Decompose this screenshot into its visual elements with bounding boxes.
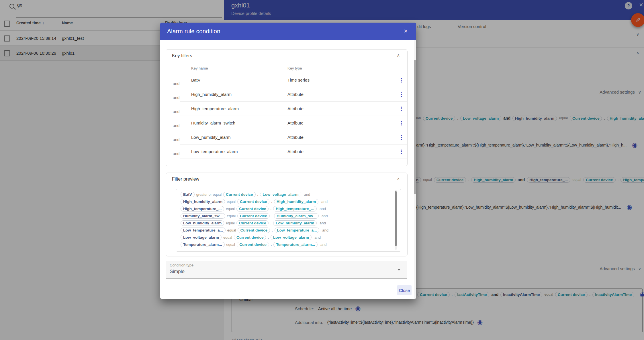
filter-preview-row: Temperature_alarm...equalCurrent device.…	[176, 241, 401, 248]
key-filter-row[interactable]: Low_humidity_alarmAttribute⋮	[180, 130, 407, 145]
operator-label: greater or equal	[196, 193, 222, 197]
dialog-scrollbar[interactable]	[414, 40, 416, 299]
filter-preview-row: Humidity_alarm_sw...equalCurrent device.…	[176, 212, 401, 220]
attribute-chip: Humidity_alarm_sw...	[274, 213, 319, 219]
key-filter-row[interactable]: High_humidity_alarmAttribute⋮	[180, 87, 407, 102]
key-filter-name: High_humidity_alarm	[191, 92, 287, 97]
and-joiner: and	[304, 192, 310, 197]
entity-chip: Current device	[237, 199, 270, 204]
alarm-rule-condition-dialog: Alarm rule condition × Key filters ∧ Key…	[160, 23, 416, 299]
scrollbar-thumb[interactable]	[395, 191, 397, 246]
filter-preview-row: High_humidity_alarmequalCurrent device.H…	[176, 198, 401, 205]
operator-label: equal	[226, 207, 235, 211]
attribute-chip: High_temperature_...	[273, 206, 317, 211]
condition-type-value: Simple	[170, 269, 185, 274]
dialog-title: Alarm rule condition	[167, 28, 220, 35]
and-joiner: and	[321, 199, 328, 204]
and-joiner: and	[173, 123, 179, 128]
dot-separator: .	[271, 199, 272, 204]
key-filter-type: Attribute	[287, 120, 396, 125]
key-filter-row[interactable]: BatVTime series⋮	[180, 73, 407, 87]
key-filter-rows: BatVTime series⋮High_humidity_alarmAttri…	[166, 73, 407, 159]
and-joiner: and	[320, 221, 326, 225]
condition-type-label: Condition type	[170, 263, 193, 267]
and-joiner: and	[173, 109, 179, 114]
operator-label: equal	[226, 243, 235, 247]
operator-label: equal	[223, 236, 232, 240]
row-menu-icon[interactable]: ⋮	[396, 120, 407, 126]
collapse-icon[interactable]: ∧	[397, 176, 400, 181]
attribute-chip: Low_voltage_alarm	[260, 192, 301, 197]
and-joiner: and	[173, 95, 179, 100]
filter-preview-box: BatVgreater or equalCurrent device.Low_v…	[176, 189, 401, 252]
close-button[interactable]: Close	[397, 285, 412, 295]
dot-separator: .	[271, 214, 273, 218]
condition-type-select[interactable]: Condition type Simple	[166, 261, 407, 279]
and-joiner: and	[173, 137, 179, 142]
filter-key-chip: Low_humidity_alarm	[181, 220, 224, 226]
entity-chip: Current device	[236, 206, 269, 211]
key-filter-type: Attribute	[287, 106, 396, 111]
dot-separator: .	[270, 221, 271, 225]
dot-separator: .	[268, 235, 269, 240]
filter-key-chip: Temperature_alarm...	[181, 242, 225, 247]
entity-chip: Current device	[234, 235, 266, 240]
row-menu-icon[interactable]: ⋮	[396, 91, 407, 98]
key-filters-title: Key filters	[172, 53, 192, 58]
close-button-label: Close	[399, 288, 410, 293]
dot-separator: .	[270, 207, 271, 211]
collapse-icon[interactable]: ∧	[397, 53, 400, 58]
key-filter-name: Low_temperature_alarm	[191, 149, 287, 154]
operator-label: equal	[227, 228, 236, 232]
key-filter-row[interactable]: Low_temperature_alarmAttribute⋮	[180, 145, 407, 159]
filter-preview-row: Low_temperature_a...equalCurrent device.…	[176, 227, 401, 234]
entity-chip: Current device	[237, 213, 270, 219]
and-joiner: and	[320, 207, 326, 211]
dialog-close-icon[interactable]: ×	[404, 27, 408, 35]
column-key-type: Key type	[287, 66, 302, 70]
key-filter-name: High_temperature_alarm	[191, 106, 287, 111]
entity-chip: Current device	[223, 192, 256, 197]
attribute-chip: Temperature_alarm...	[273, 242, 318, 247]
entity-chip: Current device	[238, 228, 270, 233]
dropdown-caret-icon	[397, 269, 401, 271]
filter-preview-rows: BatVgreater or equalCurrent device.Low_v…	[176, 189, 401, 248]
row-menu-icon[interactable]: ⋮	[396, 77, 407, 83]
key-filter-name: BatV	[191, 78, 287, 82]
operator-label: equal	[226, 221, 235, 225]
filter-key-chip: Humidity_alarm_sw...	[181, 213, 225, 219]
key-filter-type: Attribute	[287, 135, 396, 140]
filter-preview-row: BatVgreater or equalCurrent device.Low_v…	[176, 191, 401, 198]
filter-preview-row: Low_voltage_alarmequalCurrent device.Low…	[176, 234, 401, 241]
filter-key-chip: High_humidity_alarm	[181, 199, 225, 204]
row-menu-icon[interactable]: ⋮	[396, 134, 407, 141]
and-joiner: and	[322, 228, 328, 232]
row-menu-icon[interactable]: ⋮	[396, 149, 407, 155]
filter-key-chip: Low_temperature_a...	[181, 228, 226, 233]
filter-preview-row: High_temperature_...equalCurrent device.…	[176, 205, 401, 212]
attribute-chip: Low_voltage_alarm	[271, 235, 312, 240]
entity-chip: Current device	[236, 220, 269, 226]
key-filter-row[interactable]: Humidity_alarm_switchAttribute⋮	[180, 116, 407, 130]
filter-preview-title: Filter preview	[172, 177, 199, 182]
attribute-chip: Low_temperature_a...	[275, 228, 320, 233]
entity-chip: Current device	[237, 242, 269, 247]
screen: Created time ↓ Name Profile type 2024-09…	[0, 0, 644, 340]
filter-preview-row: Low_humidity_alarmequalCurrent device.Lo…	[176, 220, 401, 227]
attribute-chip: Low_humidity_alarm	[273, 220, 317, 226]
filter-key-chip: BatV	[181, 192, 195, 197]
key-filter-row[interactable]: High_temperature_alarmAttribute⋮	[180, 102, 407, 116]
key-filter-name: Humidity_alarm_switch	[191, 120, 287, 125]
key-filter-name: Low_humidity_alarm	[191, 135, 287, 140]
and-joiner: and	[173, 151, 179, 156]
and-joiner: and	[320, 242, 327, 247]
key-filter-type: Attribute	[287, 92, 396, 97]
filter-key-chip: Low_voltage_alarm	[181, 235, 222, 240]
dot-separator: .	[271, 242, 272, 247]
dialog-header: Alarm rule condition ×	[160, 23, 416, 40]
operator-label: equal	[227, 214, 236, 218]
filter-preview-card: Filter preview ∧ BatVgreater or equalCur…	[166, 173, 408, 256]
preview-scrollbar[interactable]	[395, 190, 397, 250]
row-menu-icon[interactable]: ⋮	[396, 106, 407, 112]
scrollbar-thumb[interactable]	[414, 60, 416, 194]
